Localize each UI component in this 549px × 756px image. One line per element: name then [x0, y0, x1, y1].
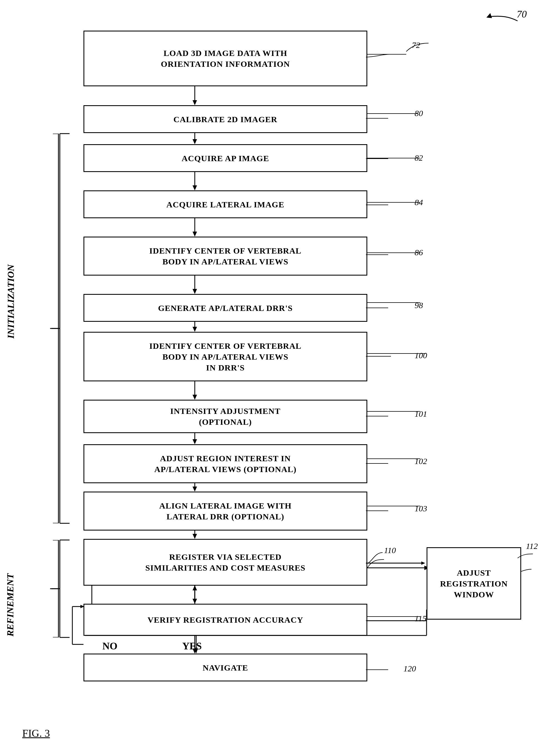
box-84-text: ACQUIRE LATERAL IMAGE [166, 199, 284, 210]
svg-marker-13 [193, 395, 197, 400]
box-115-text: VERIFY REGISTRATION ACCURACY [148, 614, 303, 625]
svg-marker-11 [193, 327, 197, 332]
box-load-3d-image: LOAD 3D IMAGE DATA WITH ORIENTATION INFO… [84, 31, 367, 86]
box-86-line2: BODY IN AP/LATERAL VIEWS [150, 256, 301, 267]
ref-115: 115 [415, 614, 426, 623]
box-register: REGISTER VIA SELECTED SIMILARITIES AND C… [84, 539, 367, 586]
box-82-text: ACQUIRE AP IMAGE [182, 153, 269, 164]
ref-80: 80 [415, 109, 423, 118]
ref-120: 120 [403, 664, 416, 673]
box-112-line1: ADJUST [440, 567, 508, 578]
box-identify-center-86: IDENTIFY CENTER OF VERTEBRAL BODY IN AP/… [84, 237, 367, 276]
box-86-line1: IDENTIFY CENTER OF VERTEBRAL [150, 245, 301, 256]
box-intensity-adjustment: INTENSITY ADJUSTMENT (OPTIONAL) [84, 400, 367, 433]
box-100-line1: IDENTIFY CENTER OF VERTEBRAL [150, 340, 301, 351]
svg-marker-5 [193, 185, 197, 190]
svg-marker-3 [193, 139, 197, 144]
box-103-line2: LATERAL DRR (OPTIONAL) [159, 511, 291, 522]
box-verify-registration: VERIFY REGISTRATION ACCURACY [84, 604, 367, 636]
box-98-text: GENERATE AP/LATERAL DRR'S [158, 303, 293, 313]
box-align-lateral: ALIGN LATERAL IMAGE WITH LATERAL DRR (OP… [84, 492, 367, 531]
box-100-line3: IN DRR'S [150, 362, 301, 373]
box-navigate: NAVIGATE [84, 654, 367, 681]
box-identify-center-100: IDENTIFY CENTER OF VERTEBRAL BODY IN AP/… [84, 332, 367, 381]
svg-marker-9 [193, 289, 197, 294]
ref-101: 101 [415, 409, 427, 419]
yes-label: YES [182, 640, 202, 652]
svg-marker-27 [193, 599, 197, 604]
ref-100: 100 [415, 351, 427, 360]
box-103-line1: ALIGN LATERAL IMAGE WITH [159, 500, 291, 511]
svg-marker-19 [193, 534, 197, 539]
box-112-line3: WINDOW [440, 589, 508, 600]
figure-label: FIG. 3 [22, 727, 50, 739]
box-72-line1: LOAD 3D IMAGE DATA WITH [161, 48, 290, 58]
ref-112: 112 [526, 541, 538, 551]
box-110-line1: REGISTER VIA SELECTED [145, 551, 305, 562]
ref-84: 84 [415, 198, 423, 207]
box-adjust-registration-window: ADJUST REGISTRATION WINDOW [426, 547, 521, 620]
box-112-line2: REGISTRATION [440, 578, 508, 589]
box-72-line2: ORIENTATION INFORMATION [161, 58, 290, 69]
ref-103: 103 [415, 504, 427, 513]
diagram-container: 70 [0, 0, 549, 756]
no-label: NO [102, 640, 117, 652]
box-101-line1: INTENSITY ADJUSTMENT [170, 406, 280, 416]
box-101-line2: (OPTIONAL) [170, 416, 280, 427]
box-acquire-lateral-image: ACQUIRE LATERAL IMAGE [84, 190, 367, 218]
svg-marker-25 [193, 585, 197, 590]
figure-number: 70 [517, 8, 527, 20]
box-102-line2: AP/LATERAL VIEWS (OPTIONAL) [155, 464, 296, 475]
box-80-text: CALIBRATE 2D IMAGER [173, 114, 277, 125]
ref-86: 86 [415, 248, 423, 257]
ref-102: 102 [415, 456, 427, 466]
svg-marker-7 [193, 232, 197, 237]
refinement-label: REFINEMENT [5, 573, 16, 637]
initialization-label: INITIALIZATION [6, 264, 16, 338]
svg-marker-15 [193, 439, 197, 444]
box-adjust-region: ADJUST REGION INTEREST IN AP/LATERAL VIE… [84, 444, 367, 483]
ref-98: 98 [415, 301, 423, 310]
box-102-line1: ADJUST REGION INTEREST IN [155, 453, 296, 464]
box-generate-drrS: GENERATE AP/LATERAL DRR'S [84, 294, 367, 322]
svg-marker-44 [421, 561, 425, 565]
svg-marker-34 [486, 13, 492, 18]
box-110-line2: SIMILARITIES AND COST MEASURES [145, 562, 305, 573]
box-100-line2: BODY IN AP/LATERAL VIEWS [150, 351, 301, 362]
ref-82: 82 [415, 153, 423, 163]
box-120-text: NAVIGATE [203, 662, 248, 673]
box-acquire-ap-image: ACQUIRE AP IMAGE [84, 144, 367, 172]
ref-72: 72 [412, 40, 420, 50]
svg-marker-1 [193, 100, 197, 105]
ref-110: 110 [384, 546, 396, 555]
box-calibrate-2d-imager: CALIBRATE 2D IMAGER [84, 105, 367, 133]
svg-marker-17 [193, 487, 197, 492]
